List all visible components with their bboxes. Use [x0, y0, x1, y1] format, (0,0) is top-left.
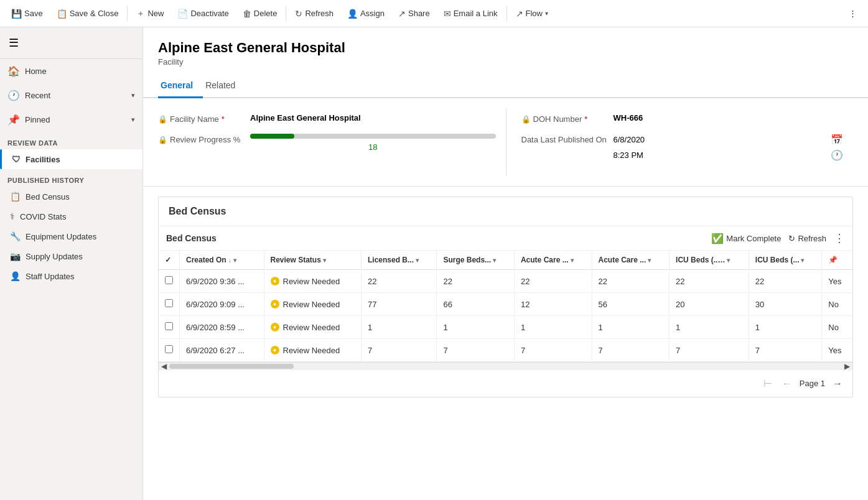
sidebar-item-pinned[interactable]: 📌 Pinned ▾ — [0, 108, 142, 132]
facility-name-field: 🔒 Facility Name * Alpine East General Ho… — [158, 113, 496, 124]
sidebar-item-equipment-updates[interactable]: 🔧 Equipment Updates — [0, 226, 142, 246]
bed-census-table: ✓ Created On ↓ ▾ — [159, 251, 852, 362]
sidebar: ☰ 🏠 Home 🕐 Recent ▾ 📌 Pinned ▾ Review Da… — [0, 27, 143, 500]
row-checkbox[interactable] — [159, 339, 180, 362]
equipment-label: Equipment Updates — [26, 232, 96, 241]
sidebar-item-supply-updates[interactable]: 📷 Supply Updates — [0, 246, 142, 266]
staff-label: Staff Updates — [26, 272, 75, 281]
col-created-on[interactable]: Created On ↓ ▾ — [180, 251, 264, 270]
row-checkbox[interactable] — [159, 293, 180, 316]
bed-census-icon: 📋 — [10, 192, 21, 201]
share-button[interactable]: ↗ Share — [392, 5, 436, 22]
page-subtitle: Facility — [158, 57, 853, 67]
col-acute-care-1[interactable]: Acute Care ... ▾ — [514, 251, 592, 270]
status-text: Review Needed — [283, 277, 340, 286]
new-label: New — [147, 9, 164, 18]
row-acute-care-1: 7 — [514, 339, 592, 362]
row-checkbox[interactable] — [159, 270, 180, 293]
col-pin[interactable]: 📌 — [822, 251, 852, 270]
refresh-label: Refresh — [305, 9, 334, 18]
next-page-button[interactable]: → — [830, 376, 845, 392]
col-icu-beds-2[interactable]: ICU Beds (... ▾ — [749, 251, 821, 270]
row-checkbox[interactable] — [159, 316, 180, 339]
sidebar-item-facilities[interactable]: 🛡 Facilities — [0, 149, 142, 169]
save-close-label: Save & Close — [70, 9, 119, 18]
lock-icon: 🔒 — [158, 115, 167, 124]
email-link-button[interactable]: ✉ Email a Link — [437, 5, 504, 22]
flow-button[interactable]: ↗ Flow ▾ — [510, 5, 554, 22]
tab-related[interactable]: Related — [203, 74, 245, 98]
col-icu1-chevron[interactable]: ▾ — [727, 257, 730, 264]
row-acute-care-1: 22 — [514, 270, 592, 293]
supply-icon: 📷 — [10, 251, 21, 261]
col-licensed-chevron[interactable]: ▾ — [416, 257, 419, 264]
col-icu2-chevron[interactable]: ▾ — [801, 257, 804, 264]
col-icu-beds-1[interactable]: ICU Beds (..… ▾ — [670, 251, 749, 270]
subgrid-actions: ✅ Mark Complete ↻ Refresh ⋮ — [711, 231, 845, 245]
sidebar-item-recent[interactable]: 🕐 Recent ▾ — [0, 83, 142, 108]
tabs: General Related — [143, 74, 868, 98]
row-icu-beds-1: 7 — [670, 339, 749, 362]
row-review-status: ● Review Needed — [264, 270, 361, 293]
save-icon: 💾 — [11, 9, 22, 19]
more-options-button[interactable]: ⋮ — [842, 5, 863, 22]
row-extra: Yes — [822, 270, 852, 293]
sidebar-item-home[interactable]: 🏠 Home — [0, 59, 142, 83]
refresh-button[interactable]: ↻ Refresh — [289, 5, 340, 22]
deactivate-icon: 📄 — [177, 9, 188, 19]
sidebar-item-covid-stats[interactable]: ⚕ COVID Stats — [0, 206, 142, 226]
table-header-row: ✓ Created On ↓ ▾ — [159, 251, 852, 270]
bed-census-section-title: Bed Census — [159, 197, 852, 226]
mark-complete-button[interactable]: ✅ Mark Complete — [711, 233, 781, 244]
progress-bar-bg — [250, 134, 496, 139]
tab-general[interactable]: General — [158, 74, 203, 98]
assign-button[interactable]: 👤 Assign — [341, 5, 391, 22]
scroll-right-button[interactable]: ▶ — [844, 362, 850, 371]
first-page-button[interactable]: ⊢ — [761, 375, 775, 392]
separator-2 — [286, 6, 286, 21]
col-surge-beds[interactable]: Surge Beds... ▾ — [437, 251, 515, 270]
mark-complete-label: Mark Complete — [726, 234, 781, 243]
col-created-chevron[interactable]: ▾ — [233, 257, 236, 264]
subgrid-more-button[interactable]: ⋮ — [834, 231, 845, 245]
row-icu-beds-2: 7 — [749, 339, 821, 362]
new-button[interactable]: ＋ New — [130, 4, 170, 23]
table-row: 6/9/2020 9:09 ... ● Review Needed 77 66 … — [159, 293, 852, 316]
doh-number-value: WH-666 — [614, 113, 844, 123]
more-icon: ⋮ — [849, 9, 857, 18]
hamburger-button[interactable]: ☰ — [5, 32, 22, 53]
col-review-status[interactable]: Review Status ▾ — [264, 251, 361, 270]
recent-chevron-icon: ▾ — [131, 91, 135, 100]
deactivate-button[interactable]: 📄 Deactivate — [171, 5, 235, 22]
clock-icon[interactable]: 🕐 — [831, 149, 843, 161]
page-header: Alpine East General Hospital Facility — [143, 27, 868, 74]
col-acute-care-2[interactable]: Acute Care ... ▾ — [592, 251, 670, 270]
facilities-label: Facilities — [26, 155, 60, 164]
assign-label: Assign — [360, 9, 385, 18]
row-licensed-b: 77 — [361, 293, 436, 316]
sidebar-item-staff-updates[interactable]: 👤 Staff Updates — [0, 266, 142, 286]
subgrid-refresh-button[interactable]: ↻ Refresh — [788, 234, 826, 243]
col-checkbox[interactable]: ✓ — [159, 251, 180, 270]
scroll-left-button[interactable]: ◀ — [161, 362, 167, 371]
data-last-published-label: Data Last Published On — [521, 134, 609, 144]
row-review-status: ● Review Needed — [264, 293, 361, 316]
col-surge-chevron[interactable]: ▾ — [493, 257, 496, 264]
prev-page-button[interactable]: ← — [780, 376, 795, 392]
col-review-chevron[interactable]: ▾ — [323, 257, 326, 264]
save-button[interactable]: 💾 Save — [5, 5, 49, 22]
scroll-thumb[interactable] — [169, 364, 294, 369]
share-icon: ↗ — [398, 9, 406, 19]
save-close-button[interactable]: 📋 Save & Close — [50, 5, 125, 22]
col-licensed-b[interactable]: Licensed B... ▾ — [361, 251, 436, 270]
col-acute1-chevron[interactable]: ▾ — [571, 257, 574, 264]
data-last-published-field: Data Last Published On 6/8/2020 📅 8:23 P… — [521, 134, 844, 161]
pinned-chevron-icon: ▾ — [131, 116, 135, 124]
sidebar-item-bed-census[interactable]: 📋 Bed Census — [0, 187, 142, 206]
delete-icon: 🗑 — [243, 9, 251, 19]
col-acute2-chevron[interactable]: ▾ — [648, 257, 651, 264]
form-left-col: 🔒 Facility Name * Alpine East General Ho… — [158, 108, 506, 176]
pinned-label: Pinned — [25, 115, 126, 124]
delete-button[interactable]: 🗑 Delete — [236, 5, 284, 22]
calendar-icon[interactable]: 📅 — [831, 134, 843, 146]
